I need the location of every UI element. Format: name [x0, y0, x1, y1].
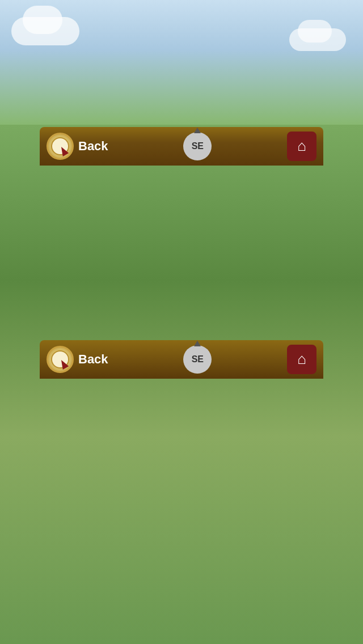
nav-bar: Back SE ⌂ — [40, 127, 323, 166]
tools-home-icon: ⌂ — [297, 351, 306, 368]
tools-north-triangle — [194, 341, 201, 346]
direction-label: SE — [192, 141, 204, 151]
tools-compass-logo — [47, 346, 74, 373]
tools-direction-label: SE — [192, 354, 204, 365]
tools-compass-direction: SE — [183, 345, 212, 374]
tools-back-label: Back — [78, 352, 108, 367]
compass-direction: SE — [183, 132, 212, 160]
back-label: Back — [78, 139, 108, 154]
tools-nav-bar: Back SE ⌂ — [40, 340, 323, 379]
compass-logo — [47, 133, 74, 160]
tools-back-button[interactable]: Back — [47, 346, 108, 373]
tools-home-button[interactable]: ⌂ — [287, 345, 316, 374]
back-button[interactable]: Back — [47, 133, 108, 160]
home-icon: ⌂ — [297, 138, 306, 155]
home-button[interactable]: ⌂ — [287, 132, 316, 161]
north-triangle — [194, 128, 201, 133]
